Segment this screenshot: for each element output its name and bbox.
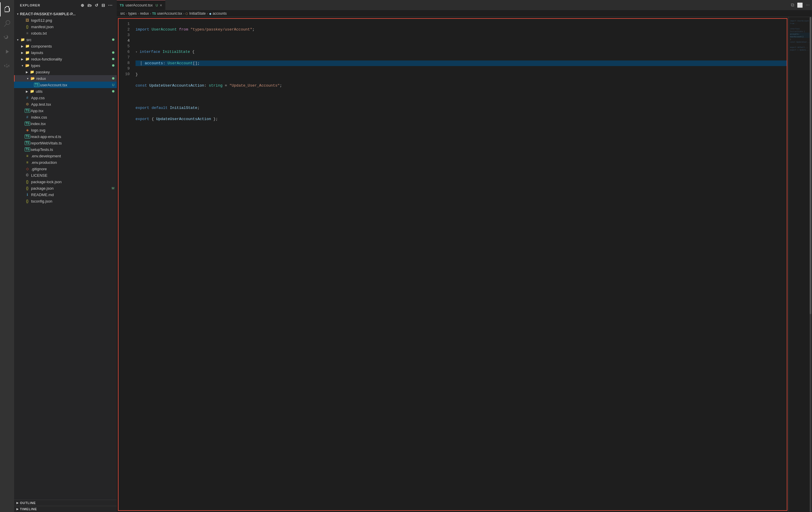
ts-file-icon: TS: [25, 122, 30, 126]
timeline-label: TIMELINE: [20, 507, 37, 511]
breadcrumb-interface-icon: ⬡: [185, 12, 188, 15]
more-actions-icon[interactable]: ···: [108, 2, 113, 8]
sidebar-item-setup-tests[interactable]: TS setupTests.ts: [14, 146, 117, 153]
app-test-label: App.test.tsx: [31, 102, 117, 107]
env-dev-label: .env.development: [31, 154, 117, 158]
layouts-label: layouts: [31, 51, 112, 55]
sidebar-item-app-test[interactable]: ⚙ App.test.tsx: [14, 101, 117, 107]
breadcrumb-accounts[interactable]: accounts: [213, 11, 227, 16]
tab-ts-icon: TS: [120, 3, 124, 7]
sidebar-item-user-account[interactable]: TS userAccount.tsx U: [14, 82, 117, 88]
new-file-icon[interactable]: ⊕: [80, 2, 85, 8]
editor-container: 1 2 3 4 5 6 7 8 9 10 import UserAccount …: [117, 17, 812, 512]
sidebar-item-gitignore[interactable]: ◇ .gitignore: [14, 166, 117, 172]
robots-label: robots.txt: [31, 31, 117, 35]
sidebar-item-redux[interactable]: ▾ 📂 redux: [14, 75, 117, 82]
code-line-6: const UpdateUserAccountsAction: string =…: [136, 83, 787, 88]
sidebar-item-components[interactable]: ▶ 📁 components: [14, 43, 117, 49]
sidebar-item-logo-png[interactable]: 🖼 logo512.png: [14, 17, 117, 24]
tsconfig-label: tsconfig.json: [31, 199, 117, 204]
sidebar-item-manifest[interactable]: {} manifest.json: [14, 24, 117, 30]
outline-chevron: ▶: [17, 502, 19, 504]
sidebar-item-readme[interactable]: ℹ README.md: [14, 191, 117, 198]
sidebar-item-robots[interactable]: ≡ robots.txt: [14, 30, 117, 36]
outline-label: OUTLINE: [20, 501, 36, 505]
code-line-10: [136, 128, 787, 133]
line-numbers: 1 2 3 4 5 6 7 8 9 10: [118, 19, 133, 510]
breadcrumb-types[interactable]: types: [128, 11, 137, 16]
sidebar-item-src[interactable]: ▾ 📁 src: [14, 36, 117, 43]
folder-open-icon: 📂: [25, 63, 30, 68]
refresh-icon[interactable]: ↺: [94, 2, 99, 8]
sidebar-item-redux-functionality[interactable]: ▶ 📁 redux-functionality: [14, 56, 117, 62]
tab-user-account[interactable]: TS userAccount.tsx U ×: [117, 0, 166, 10]
package-modified-badge: M: [112, 186, 114, 190]
new-folder-icon[interactable]: 🗁: [87, 2, 92, 8]
modified-badge: U: [112, 83, 114, 87]
sidebar-item-tsconfig[interactable]: {} tsconfig.json: [14, 198, 117, 204]
extensions-icon[interactable]: [0, 59, 14, 73]
breadcrumb-ts-icon: TS: [152, 12, 156, 15]
layout-icon[interactable]: ⬜: [796, 1, 804, 9]
modified-dot: [112, 51, 114, 54]
license-file-icon: ©: [25, 172, 30, 178]
source-control-icon[interactable]: [0, 30, 14, 45]
sidebar-item-logo-svg[interactable]: ◈ logo.svg: [14, 127, 117, 133]
sidebar-item-index-tsx[interactable]: TS index.tsx: [14, 120, 117, 127]
sidebar-item-package-json[interactable]: {} package.json M: [14, 185, 117, 191]
tab-filename: userAccount.tsx: [125, 3, 153, 7]
collapse-all-icon[interactable]: ⊟: [101, 2, 106, 8]
json-file-icon: {}: [25, 198, 30, 204]
more-actions-icon[interactable]: ···: [805, 1, 811, 9]
breadcrumb-initial-state[interactable]: InitialState: [189, 11, 206, 16]
breadcrumb-sep-4: ›: [183, 12, 184, 15]
modified-dot: [112, 64, 114, 66]
sidebar-item-license[interactable]: © LICENSE: [14, 172, 117, 179]
report-web-vitals-label: reportWebVitals.ts: [31, 141, 117, 145]
code-line-8: export default InitialState;: [136, 105, 787, 111]
split-editor-icon[interactable]: ⧉: [790, 1, 795, 9]
package-json-label: package.json: [31, 186, 112, 191]
logo-png-label: logo512.png: [31, 18, 117, 23]
search-icon[interactable]: [0, 17, 14, 30]
json-file-icon: {}: [25, 24, 30, 29]
ts-file-icon: TS: [34, 83, 39, 87]
breadcrumb-sep-3: ›: [150, 12, 151, 15]
outline-header[interactable]: ▶ OUTLINE: [14, 500, 117, 506]
breadcrumb-redux[interactable]: redux: [140, 11, 149, 16]
sidebar-item-react-app-env[interactable]: TS react-app-env.d.ts: [14, 133, 117, 140]
code-content: import UserAccount from "types/passkey/u…: [133, 19, 787, 510]
sidebar-item-types[interactable]: ▾ 📂 types: [14, 62, 117, 69]
sidebar-item-report-web-vitals[interactable]: TS reportWebVitals.ts: [14, 140, 117, 146]
timeline-header[interactable]: ▶ TIMELINE: [14, 506, 117, 512]
activity-bar: [0, 0, 14, 512]
sidebar-item-passkey[interactable]: ▶ 📁 passkey: [14, 69, 117, 75]
breadcrumb-src[interactable]: src: [120, 11, 125, 16]
sidebar-item-utils[interactable]: ▶ 📁 utils: [14, 88, 117, 95]
modified-dot: [112, 77, 114, 80]
redux-label: redux: [36, 76, 112, 81]
breadcrumb-property-icon: ◆: [209, 12, 211, 15]
sidebar-item-index-css[interactable]: # index.css: [14, 114, 117, 120]
sidebar-item-app-css[interactable]: # App.css: [14, 95, 117, 101]
readme-label: README.md: [31, 193, 117, 197]
logo-svg-label: logo.svg: [31, 128, 117, 132]
tab-close-button[interactable]: ×: [160, 3, 162, 8]
chevron-down-icon: ▾: [15, 11, 20, 16]
breadcrumb-filename[interactable]: userAccount.tsx: [157, 11, 182, 16]
folder-open-icon: 📂: [30, 76, 35, 81]
gitignore-label: .gitignore: [31, 167, 117, 171]
sidebar-item-package-lock[interactable]: {} package-lock.json: [14, 179, 117, 185]
manifest-label: manifest.json: [31, 25, 117, 29]
sidebar-item-env-prod[interactable]: ≡ .env.production: [14, 159, 117, 166]
sidebar-item-env-dev[interactable]: ≡ .env.development: [14, 153, 117, 159]
env-file-icon: ≡: [25, 160, 30, 165]
sidebar-item-app-tsx[interactable]: TS App.tsx: [14, 107, 117, 114]
tab-bar: TS userAccount.tsx U × ⧉ ⬜ ···: [117, 0, 812, 10]
sidebar-item-layouts[interactable]: ▶ 📁 layouts: [14, 49, 117, 56]
explorer-icon[interactable]: [0, 2, 14, 17]
run-debug-icon[interactable]: [0, 45, 14, 59]
modified-dot: [112, 90, 114, 92]
code-view[interactable]: 1 2 3 4 5 6 7 8 9 10 import UserAccount …: [118, 19, 787, 510]
sidebar-item-root-folder[interactable]: ▾ REACT-PASSKEY-SAMPLE-P...: [14, 10, 117, 17]
